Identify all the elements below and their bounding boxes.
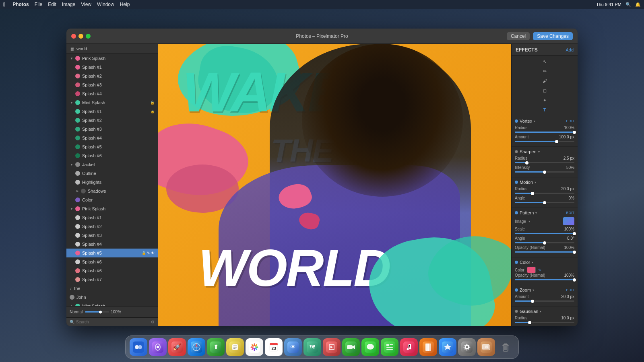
list-item[interactable]: Splash #4 — [66, 134, 158, 142]
dock-icon-systemprefs[interactable] — [458, 338, 476, 356]
minimize-button[interactable] — [78, 34, 83, 39]
effect-enabled-dot[interactable] — [515, 288, 518, 292]
dock-icon-facetime[interactable] — [342, 338, 360, 356]
layer-group-pink-splash-2[interactable]: ▼ Pink Splash — [66, 204, 158, 213]
list-item[interactable]: Splash #3 — [66, 80, 158, 89]
dock-icon-launchpad[interactable]: 🚀 — [168, 338, 186, 356]
pattern-image-thumb[interactable] — [563, 217, 574, 225]
dock-icon-ibooks[interactable] — [419, 338, 437, 356]
effect-enabled-dot[interactable] — [515, 150, 518, 153]
brush-tool[interactable]: ✏ — [540, 67, 549, 76]
text-tool[interactable]: T — [540, 105, 549, 114]
list-item[interactable]: ▶ Shadows — [66, 187, 158, 195]
vortex-radius-slider[interactable] — [515, 132, 574, 133]
motion-radius-slider[interactable] — [515, 193, 574, 194]
effect-enabled-dot[interactable] — [515, 310, 518, 313]
motion-angle-slider[interactable] — [515, 202, 574, 203]
list-item[interactable]: Splash #1 🔒 — [66, 107, 158, 116]
blend-mode-label[interactable]: Normal — [70, 310, 83, 314]
dock-icon-safari[interactable] — [188, 338, 205, 356]
dock-icon-quicklook[interactable]: 👁 — [284, 338, 302, 356]
layer-group-mint-splash-2[interactable]: ▶ Mint Splash — [66, 302, 158, 306]
list-item[interactable]: Splash #5 — [66, 142, 158, 151]
effect-enabled-dot[interactable] — [515, 181, 518, 184]
dock-icon-migration[interactable]: ⬆ — [207, 338, 225, 356]
dock-icon-finder[interactable] — [130, 338, 147, 356]
dock-icon-music[interactable] — [400, 338, 418, 356]
layer-group-pink-splash[interactable]: ▼ Pink Splash — [66, 54, 158, 63]
layer-group-mint-splash[interactable]: ▼ Mint Splash 🔒 — [66, 98, 158, 107]
dock-icon-appstore[interactable] — [439, 338, 456, 356]
sharpen-radius-slider[interactable] — [515, 162, 574, 163]
dock-icon-calendar[interactable]: 23 — [265, 338, 283, 356]
dock-icon-maps[interactable]: 🗺 — [303, 338, 321, 356]
menubar-search-icon[interactable]: 🔍 — [625, 2, 631, 7]
layers-list[interactable]: ▼ Pink Splash Splash #1 Splash #2 — [66, 54, 158, 306]
effects-add-button[interactable]: Add — [566, 47, 574, 52]
paint-tool[interactable]: 🖌 — [540, 76, 549, 85]
dock-icon-photos-library[interactable]: 🖼 — [477, 338, 495, 356]
list-item[interactable]: Splash #1 — [66, 213, 158, 222]
search-input[interactable] — [76, 320, 149, 324]
dock-icon-messages[interactable] — [361, 338, 379, 356]
color-edit-icon[interactable]: ✎ — [538, 268, 541, 272]
apple-menu[interactable]:  — [3, 1, 5, 8]
list-item[interactable]: Splash #6 — [66, 151, 158, 160]
list-item[interactable]: Splash #7 — [66, 275, 158, 284]
color-swatch[interactable] — [527, 267, 536, 273]
wand-tool[interactable]: ✦ — [540, 96, 549, 105]
menu-image[interactable]: Image — [62, 2, 75, 7]
menu-help[interactable]: Help — [120, 2, 130, 7]
menubar-notification-icon[interactable]: 🔔 — [635, 2, 641, 7]
menu-file[interactable]: File — [35, 2, 42, 7]
zoom-amount-slider[interactable] — [515, 300, 574, 302]
dock-icon-photos[interactable] — [246, 338, 263, 356]
pattern-opacity-slider[interactable] — [515, 251, 574, 253]
dock-icon-siri[interactable] — [149, 338, 167, 356]
pattern-scale-slider[interactable] — [515, 233, 574, 234]
dock-icon-numbers[interactable] — [381, 338, 398, 356]
list-item[interactable]: Splash #6 — [66, 266, 158, 275]
list-item[interactable]: Splash #2 — [66, 72, 158, 80]
dock-icon-trash[interactable] — [497, 338, 514, 356]
list-item[interactable]: Highlights — [66, 178, 158, 187]
color-opacity-slider[interactable] — [515, 279, 574, 280]
list-item[interactable]: Splash #2 — [66, 222, 158, 231]
list-item[interactable]: Splash #1 — [66, 63, 158, 72]
effect-edit-button[interactable]: EDIT — [566, 119, 574, 123]
menu-view[interactable]: View — [81, 2, 91, 7]
list-item[interactable]: Splash #6 — [66, 257, 158, 266]
vortex-amount-slider[interactable] — [515, 141, 574, 142]
layers-settings-icon[interactable]: ⚙ — [151, 320, 155, 324]
cursor-tool[interactable]: ↖ — [540, 57, 549, 66]
list-item[interactable]: Splash #4 — [66, 240, 158, 249]
dock-icon-notes[interactable] — [226, 338, 244, 356]
list-item[interactable]: Outline — [66, 169, 158, 178]
list-item[interactable]: Splash #2 — [66, 116, 158, 125]
menu-app[interactable]: Photos — [12, 2, 29, 7]
menu-window[interactable]: Window — [97, 2, 114, 7]
close-button[interactable] — [71, 34, 76, 39]
save-button[interactable]: Save Changes — [533, 32, 573, 40]
effect-enabled-dot[interactable] — [515, 119, 518, 123]
layer-image-john[interactable]: John — [66, 293, 158, 302]
pattern-angle-slider[interactable] — [515, 242, 574, 243]
fullscreen-button[interactable] — [86, 34, 91, 39]
eraser-tool[interactable]: ◻ — [540, 86, 549, 95]
list-item[interactable]: Splash #3 — [66, 231, 158, 240]
effect-edit-button[interactable]: EDIT — [566, 211, 574, 215]
dock-icon-pixelmator[interactable] — [323, 338, 341, 356]
cancel-button[interactable]: Cancel — [507, 32, 530, 40]
effect-enabled-dot[interactable] — [515, 261, 518, 264]
sharpen-intensity-slider[interactable] — [515, 171, 574, 173]
effect-enabled-dot[interactable] — [515, 211, 518, 214]
menu-edit[interactable]: Edit — [48, 2, 56, 7]
list-item[interactable]: Splash #4 — [66, 89, 158, 98]
layer-selected-splash5[interactable]: Splash #5 🔒 ✎ 👁 — [66, 249, 158, 257]
layer-text-the[interactable]: T the — [66, 284, 158, 293]
effect-edit-button[interactable]: EDIT — [566, 288, 574, 292]
list-item[interactable]: Splash #3 — [66, 125, 158, 134]
gaussian-radius-slider[interactable] — [515, 322, 574, 323]
layer-group-jacket[interactable]: ▼ Jacket — [66, 160, 158, 169]
list-item[interactable]: Color — [66, 195, 158, 204]
